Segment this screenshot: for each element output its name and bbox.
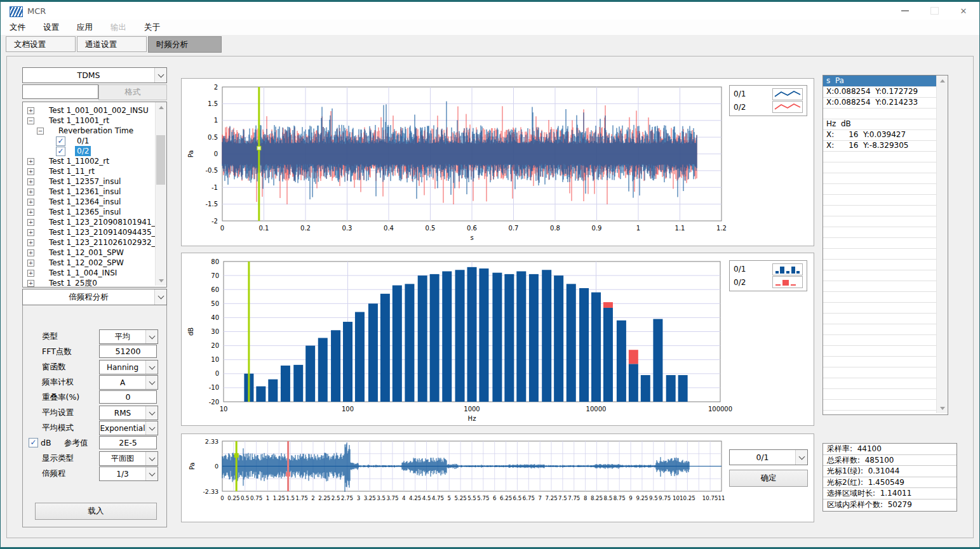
tree-expander-plus-icon[interactable]: + bbox=[27, 107, 34, 114]
menu-item-应用[interactable]: 应用 bbox=[68, 20, 102, 36]
form-input-参考值[interactable] bbox=[99, 436, 157, 449]
tree-item-label[interactable]: Test 1_11002_rt bbox=[47, 156, 111, 166]
tree-expander-plus-icon[interactable]: + bbox=[27, 158, 34, 165]
readout-row[interactable] bbox=[823, 216, 939, 227]
readout-row[interactable] bbox=[823, 367, 939, 378]
tree-item-label[interactable]: Test 1_12364_insul bbox=[47, 197, 123, 207]
readout-row[interactable] bbox=[823, 324, 939, 335]
maximize-button[interactable] bbox=[920, 2, 949, 20]
readout-row[interactable] bbox=[823, 248, 939, 260]
menu-item-文件[interactable]: 文件 bbox=[1, 20, 34, 36]
overview-waveform-chart[interactable]: 00.250.50.7511.251.51.7522.252.52.7533.2… bbox=[182, 434, 812, 520]
readout-row[interactable] bbox=[823, 388, 939, 400]
tree-item[interactable]: ✓0/2 bbox=[23, 146, 166, 156]
channel-select[interactable]: 0/1 bbox=[729, 449, 808, 465]
tree-item[interactable]: +Test 1_12361_insul bbox=[23, 187, 166, 197]
readout-row[interactable] bbox=[823, 259, 939, 270]
octave-spectrum-panel[interactable]: 10100100010000100000-20-1001020304050607… bbox=[181, 253, 814, 426]
tree-item[interactable]: +Test 1_25度0 bbox=[23, 278, 166, 288]
tree-scrollbar[interactable] bbox=[155, 102, 166, 286]
tab-时频分析[interactable]: 时频分析 bbox=[148, 36, 222, 53]
readout-row[interactable] bbox=[823, 227, 939, 238]
tree-item-label[interactable]: Test 1_12361_insul bbox=[47, 187, 123, 197]
scroll-up-button[interactable] bbox=[937, 76, 948, 86]
tree-expander-plus-icon[interactable]: + bbox=[27, 178, 34, 185]
tree-item[interactable]: +Test 1_001_001_002_INSU bbox=[23, 105, 166, 116]
readout-row[interactable] bbox=[823, 399, 939, 411]
readout-row[interactable] bbox=[823, 356, 939, 367]
tree-item[interactable]: +Test 1_123_210914094435_spw bbox=[23, 227, 166, 237]
tree-item-label[interactable]: Test 1_123_211026102932_spw bbox=[47, 237, 167, 248]
readout-row[interactable] bbox=[823, 151, 939, 162]
tree-expander-plus-icon[interactable]: + bbox=[27, 249, 34, 256]
readout-row[interactable] bbox=[823, 281, 939, 292]
tab-通道设置[interactable]: 通道设置 bbox=[77, 36, 147, 52]
tree-expander-plus-icon[interactable]: + bbox=[27, 270, 34, 277]
tree-expander-plus-icon[interactable]: + bbox=[27, 239, 34, 246]
tree-expander-plus-icon[interactable]: + bbox=[27, 229, 34, 236]
tree-item[interactable]: +Test 1_123_211026102932_spw bbox=[23, 237, 166, 248]
tree-expander-plus-icon[interactable]: + bbox=[27, 189, 34, 195]
readout-row[interactable] bbox=[823, 345, 939, 357]
tree-item-label[interactable]: Test 1_123_210908101941_spw bbox=[47, 217, 167, 227]
menu-item-设置[interactable]: 设置 bbox=[34, 20, 68, 36]
readout-row[interactable] bbox=[823, 173, 939, 184]
time-waveform-panel[interactable]: 00.10.20.30.40.50.60.70.80.911.11.2-2-1.… bbox=[181, 78, 814, 246]
octave-spectrum-chart[interactable]: 10100100010000100000-20-1001020304050607… bbox=[182, 253, 812, 424]
tree-item-label[interactable]: Test 1_12_001_SPW bbox=[47, 248, 126, 258]
tree-expander-plus-icon[interactable]: + bbox=[27, 219, 34, 226]
time-waveform-chart[interactable]: 00.10.20.30.40.50.60.70.80.911.11.2-2-1.… bbox=[182, 79, 812, 244]
readout-row[interactable]: X:0.088254 Y:0.172729 bbox=[823, 86, 939, 98]
tree-item-label[interactable]: Test 1_12357_insul bbox=[47, 176, 123, 187]
form-select-类型[interactable]: 平均 bbox=[99, 329, 158, 344]
tree-item[interactable]: +Test 1_12_002_SPW bbox=[23, 258, 166, 268]
tab-文档设置[interactable]: 文档设置 bbox=[6, 36, 76, 52]
tree-checkbox[interactable]: ✓ bbox=[56, 136, 65, 146]
tree-item[interactable]: +Test 1_12357_insul bbox=[23, 176, 166, 187]
tree-expander-minus-icon[interactable]: − bbox=[37, 128, 44, 135]
tree-expander-plus-icon[interactable]: + bbox=[27, 209, 34, 216]
tree-item-label[interactable]: Test 1_1_004_INSI bbox=[47, 268, 119, 278]
form-select-平均模式[interactable]: Exponential bbox=[99, 421, 158, 435]
close-button[interactable]: ✕ bbox=[949, 2, 978, 20]
readout-row[interactable]: X: 16 Y:-8.329305 bbox=[823, 140, 939, 152]
readout-scrollbar[interactable] bbox=[936, 76, 948, 413]
readout-row[interactable] bbox=[823, 162, 939, 173]
form-select-窗函数[interactable]: Hanning bbox=[99, 360, 158, 374]
tree-item-label[interactable]: Reverberation Time bbox=[57, 126, 135, 136]
tree-item-label[interactable]: Test 1_11_rt bbox=[47, 166, 97, 176]
form-select-平均设置[interactable]: RMS bbox=[99, 406, 158, 420]
tree-item[interactable]: +Test 1_12364_insul bbox=[23, 197, 166, 207]
form-select-倍频程[interactable]: 1/3 bbox=[99, 466, 158, 481]
readout-row[interactable] bbox=[823, 334, 939, 346]
readout-row[interactable]: Hz dB bbox=[823, 119, 939, 130]
minimize-button[interactable] bbox=[890, 2, 920, 20]
menu-item-关于[interactable]: 关于 bbox=[135, 20, 169, 36]
tree-expander-plus-icon[interactable]: + bbox=[27, 260, 34, 267]
tree-item-label[interactable]: Test 1_12_002_SPW bbox=[47, 258, 126, 268]
readout-row[interactable] bbox=[823, 108, 939, 119]
readout-row[interactable] bbox=[823, 291, 939, 303]
scroll-up-button[interactable] bbox=[156, 102, 166, 112]
tree-item[interactable]: +Test 1_1_004_INSI bbox=[23, 268, 166, 278]
overview-waveform-panel[interactable]: 00.250.50.7511.251.51.7522.252.52.7533.2… bbox=[181, 433, 814, 522]
tree-item-label[interactable]: 0/2 bbox=[75, 146, 91, 156]
tree-expander-plus-icon[interactable]: + bbox=[27, 280, 34, 287]
tree-item[interactable]: ✓0/1 bbox=[23, 136, 166, 146]
readout-row[interactable] bbox=[823, 205, 939, 216]
scroll-down-button[interactable] bbox=[156, 275, 166, 286]
tree-item[interactable]: +Test 1_12365_insul bbox=[23, 207, 166, 217]
tree-item-label[interactable]: 0/1 bbox=[75, 136, 91, 146]
readout-row[interactable] bbox=[823, 237, 939, 249]
tree-expander-plus-icon[interactable]: + bbox=[27, 168, 34, 175]
tree-item[interactable]: +Test 1_12_001_SPW bbox=[23, 248, 166, 258]
tree-scrollbar-thumb[interactable] bbox=[156, 135, 165, 185]
tree-item-label[interactable]: Test 1_001_001_002_INSU bbox=[47, 105, 151, 116]
form-select-显示类型[interactable]: 平面图 bbox=[99, 451, 158, 466]
readout-row[interactable] bbox=[823, 378, 939, 389]
scroll-down-button[interactable] bbox=[937, 403, 948, 413]
readout-row[interactable] bbox=[823, 194, 939, 206]
tree-item[interactable]: −Test 1_11001_rt bbox=[23, 116, 166, 126]
tree-expander-plus-icon[interactable]: + bbox=[27, 199, 34, 206]
form-select-频率计权[interactable]: A bbox=[99, 375, 158, 390]
